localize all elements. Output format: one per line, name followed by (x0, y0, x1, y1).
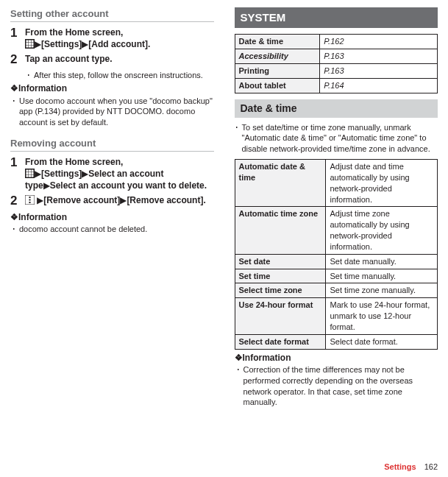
bullet-dot-icon: ･ (12, 96, 19, 129)
information-heading: ❖Information (10, 82, 214, 94)
step-number: 2 (10, 194, 25, 208)
svg-rect-9 (32, 45, 34, 47)
table-row: Select time zoneSet time zone manually. (235, 283, 438, 298)
table-row: Set dateSet date manually. (235, 254, 438, 269)
step-text: [Remove account] (43, 195, 120, 205)
information-heading: ❖Information (235, 352, 438, 364)
date-time-intro: ･ To set date/time or time zone manually… (235, 122, 438, 155)
section-removing-account: Removing account (10, 137, 214, 152)
table-row: PrintingP.163 (235, 63, 438, 78)
triangle-icon: ▶ (37, 195, 43, 205)
svg-rect-17 (26, 174, 29, 177)
svg-rect-14 (26, 172, 29, 174)
table-row: AccessibilityP.163 (235, 49, 438, 64)
table-key: Set date (235, 254, 326, 269)
svg-rect-13 (32, 169, 34, 172)
svg-rect-18 (29, 174, 31, 177)
step-1-title: From the Home screen, ▶[Settings]▶[Add a… (25, 26, 214, 50)
triangle-icon: ▶ (35, 39, 41, 49)
svg-rect-1 (26, 40, 29, 42)
table-value: Adjust date and time automatically by us… (326, 160, 438, 207)
table-row: Use 24-hour formatMark to use 24-hour fo… (235, 298, 438, 335)
step-2-bullet: ･ After this step, follow the onscreen i… (26, 70, 214, 81)
step-number: 1 (10, 26, 25, 50)
step-number: 2 (10, 53, 25, 67)
svg-rect-12 (29, 169, 31, 172)
table-row: Select date formatSelect date format. (235, 334, 438, 349)
table-value: Mark to use 24-hour format, unmark to us… (326, 298, 438, 335)
svg-rect-22 (29, 199, 31, 201)
table-key: Accessibility (235, 49, 320, 64)
step-text: [Settings] (41, 39, 82, 49)
information-bullet: ･ docomo account cannot be deleted. (12, 224, 214, 235)
svg-rect-4 (26, 43, 29, 45)
svg-rect-11 (26, 169, 29, 172)
step-text: [Remove account]. (127, 195, 205, 205)
section-setting-other-account: Setting other account (10, 7, 214, 22)
svg-rect-23 (29, 202, 31, 203)
triangle-icon: ▶ (82, 169, 88, 179)
information-heading: ❖Information (10, 211, 214, 223)
table-row: Set timeSet time manually. (235, 269, 438, 283)
svg-rect-21 (29, 197, 31, 198)
system-table: Date & timeP.162AccessibilityP.163Printi… (235, 34, 438, 93)
table-row: Automatic time zoneAdjust time zone auto… (235, 207, 438, 254)
svg-rect-7 (26, 45, 29, 47)
step-text: [Settings] (41, 169, 82, 179)
bullet-dot-icon: ･ (12, 224, 19, 235)
table-value: P.163 (320, 63, 438, 78)
rstep-1: 1 From the Home screen, ▶[Settings]▶Sele… (10, 156, 214, 192)
step-number: 1 (10, 156, 25, 192)
svg-rect-8 (29, 45, 31, 47)
information-text: Use docomo account when you use "docomo … (19, 96, 214, 129)
triangle-icon: ▶ (82, 39, 88, 49)
svg-rect-5 (29, 43, 31, 45)
table-key: Automatic time zone (235, 207, 326, 254)
table-value: Set date manually. (326, 254, 438, 269)
information-text: Correction of the time differences may n… (243, 364, 438, 408)
step-text: From the Home screen, (25, 27, 123, 38)
step-text: [Add account]. (88, 39, 150, 49)
table-key: Select date format (235, 334, 326, 349)
table-key: About tablet (235, 78, 320, 93)
bullet-dot-icon: ･ (235, 122, 242, 155)
rstep-1-title: From the Home screen, ▶[Settings]▶Select… (25, 156, 214, 192)
svg-rect-2 (29, 40, 31, 42)
overflow-menu-icon (25, 195, 35, 205)
step-text: Select an account you want to delete. (50, 180, 207, 191)
bullet-text: After this step, follow the onscreen ins… (34, 70, 214, 81)
table-value: P.164 (320, 78, 438, 93)
rstep-2-title: ▶[Remove account]▶[Remove account]. (25, 194, 214, 206)
table-row: Date & timeP.162 (235, 35, 438, 49)
footer-section-label: Settings (384, 462, 416, 471)
table-value: Set time manually. (326, 269, 438, 283)
step-2-title: Tap an account type. (25, 53, 214, 65)
table-value: Set time zone manually. (326, 283, 438, 298)
rstep-2: 2 ▶[Remove account]▶[Remove account]. (10, 194, 214, 208)
table-key: Set time (235, 269, 326, 283)
step-1: 1 From the Home screen, ▶[Settings]▶[Add… (10, 26, 214, 50)
table-key: Use 24-hour format (235, 298, 326, 335)
date-time-settings-table: Automatic date & timeAdjust date and tim… (235, 159, 438, 350)
information-bullet: ･ Correction of the time differences may… (236, 364, 438, 408)
svg-rect-15 (29, 172, 31, 174)
table-value: Adjust time zone automatically by using … (326, 207, 438, 254)
svg-rect-3 (32, 40, 34, 42)
svg-rect-6 (32, 43, 34, 45)
triangle-icon: ▶ (43, 180, 50, 191)
table-row: Automatic date & timeAdjust date and tim… (235, 160, 438, 207)
page-number: 162 (424, 462, 438, 471)
bullet-dot-icon: ･ (26, 70, 34, 81)
table-value: P.163 (320, 49, 438, 64)
table-key: Printing (235, 63, 320, 78)
intro-text: To set date/time or time zone manually, … (242, 122, 438, 155)
apps-grid-icon (25, 169, 35, 178)
table-row: About tabletP.164 (235, 78, 438, 93)
table-key: Automatic date & time (235, 160, 326, 207)
table-value: P.162 (320, 35, 438, 49)
step-2: 2 Tap an account type. (10, 53, 214, 67)
apps-grid-icon (25, 39, 35, 49)
table-key: Select time zone (235, 283, 326, 298)
information-text: docomo account cannot be deleted. (19, 224, 214, 235)
information-bullet: ･ Use docomo account when you use "docom… (12, 96, 214, 129)
